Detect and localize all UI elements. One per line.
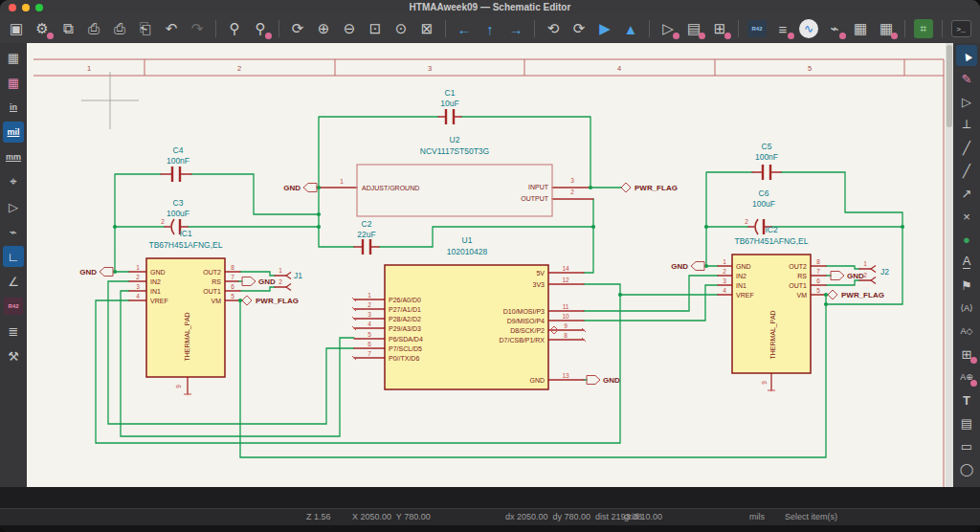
rotate-cw-button[interactable]: ⟳ bbox=[568, 17, 590, 40]
nav-back-button[interactable]: ← bbox=[453, 17, 476, 40]
hierarchical-sheet-tool[interactable]: ⊞ bbox=[956, 344, 977, 365]
library-browser-button[interactable]: ▤ bbox=[682, 17, 705, 40]
ruler-number: 3 bbox=[428, 64, 432, 73]
capacitor-c6[interactable]: C6 100uF 2 bbox=[745, 188, 775, 225]
schematic-canvas[interactable]: 1 2 3 4 5 bbox=[27, 43, 953, 487]
open-pcb-editor-button[interactable]: ⌗ bbox=[914, 19, 933, 38]
zoom-out-button[interactable]: ⊖ bbox=[338, 17, 361, 40]
gnd-label[interactable]: GND bbox=[847, 272, 864, 280]
grid-settings-button[interactable]: ▦ bbox=[3, 72, 24, 93]
find-button[interactable]: ⚲ bbox=[223, 17, 246, 40]
print-button[interactable]: ⎙ bbox=[82, 17, 105, 40]
place-symbol-tool[interactable]: ▷ bbox=[956, 91, 977, 112]
net-table-button[interactable]: ▦ bbox=[849, 17, 872, 40]
top-toolbar: ▣ ⚙ ⧉ ⎙ ⎙ ⎗ ↶ ↷ ⚲ ⚲ ⟳ ⊕ ⊖ ⊡ ⊙ ⊠ ← ↑ → ⟲ … bbox=[0, 14, 980, 43]
no-connect-tool[interactable]: × bbox=[956, 206, 977, 227]
redo-button[interactable]: ↷ bbox=[186, 17, 209, 40]
wire-mode-orthogonal-button[interactable]: ∟ bbox=[3, 246, 24, 267]
pwr-flag-label[interactable]: PWR_FLAG bbox=[256, 297, 299, 305]
gnd-label[interactable]: GND bbox=[603, 376, 620, 385]
capacitor-c1[interactable]: C1 10uF bbox=[440, 88, 458, 108]
cursor-shape-button[interactable]: ⌖ bbox=[3, 171, 24, 192]
pwr-flag-label[interactable]: PWR_FLAG bbox=[841, 291, 884, 299]
bom-button[interactable]: ▦ bbox=[875, 17, 898, 40]
mcu-u1[interactable]: U1 102010428 P26/A0/D0 P27/A1/D1 P28/A2/… bbox=[368, 235, 569, 389]
component-value: 10uF bbox=[440, 99, 458, 108]
regulator-u2[interactable]: U2 NCV1117ST50T3G ADJUST/GROUND INPUT OU… bbox=[340, 135, 574, 216]
draw-bus-tool[interactable]: ╱ bbox=[956, 160, 977, 181]
select-tool[interactable]: ▲ bbox=[956, 45, 977, 66]
wire-mode-free-button[interactable]: ⌁ bbox=[3, 221, 24, 242]
rectangle-tool[interactable]: ▭ bbox=[956, 435, 977, 456]
draw-wire-tool[interactable]: ╱ bbox=[956, 137, 977, 158]
sheet-pin-tool[interactable]: A⊕ bbox=[956, 366, 977, 388]
page-settings-button[interactable]: ⧉ bbox=[56, 17, 79, 40]
driver-ic1[interactable]: IC1 TB67H451AFNG,EL GND IN2 IN1 VREF 1 2… bbox=[136, 229, 234, 388]
simulator-button[interactable]: ∿ bbox=[799, 19, 818, 38]
toolbar-separator bbox=[534, 20, 535, 37]
directive-label-tool[interactable]: ⚑ bbox=[956, 275, 977, 296]
pin-name: P27/A1/D1 bbox=[389, 306, 421, 313]
scripting-console-button[interactable]: >_ bbox=[951, 20, 971, 37]
pin-name: IN1 bbox=[736, 282, 746, 289]
driver-ic2[interactable]: IC2 TB67H451AFNG,EL GND IN2 IN1 VREF 1 2… bbox=[723, 225, 820, 385]
capacitor-c2[interactable]: C2 22uF bbox=[357, 219, 375, 239]
zoom-fit-page-button[interactable]: ⊡ bbox=[364, 17, 387, 40]
units-mils-button[interactable]: mil bbox=[3, 122, 24, 143]
capacitor-c4[interactable]: C4 100nF bbox=[167, 145, 189, 166]
gnd-label[interactable]: GND bbox=[258, 277, 276, 286]
nav-forward-button[interactable]: → bbox=[504, 17, 527, 40]
edit-symbol-button[interactable]: ▷ bbox=[657, 17, 679, 40]
capacitor-plates bbox=[172, 109, 770, 255]
undo-button[interactable]: ↶ bbox=[160, 17, 183, 40]
zoom-in-button[interactable]: ⊕ bbox=[312, 17, 335, 40]
units-mm-button[interactable]: mm bbox=[3, 146, 24, 167]
footprint-assign-button[interactable]: ⊞ bbox=[708, 17, 731, 40]
bus-entry-tool[interactable]: ↗ bbox=[956, 183, 977, 204]
component-reference: C6 bbox=[759, 188, 769, 198]
textbox-tool[interactable]: ▤ bbox=[956, 412, 977, 433]
circle-tool[interactable]: ◯ bbox=[956, 458, 977, 479]
rotate-ccw-button[interactable]: ⟲ bbox=[542, 17, 565, 40]
highlight-net-tool[interactable]: ✎ bbox=[956, 68, 977, 89]
erc-button[interactable]: ⌁ bbox=[823, 17, 846, 40]
gnd-label[interactable]: GND bbox=[671, 262, 688, 271]
net-label-tool[interactable]: A bbox=[956, 252, 977, 273]
wire-mode-45-button[interactable]: ∠ bbox=[3, 271, 24, 292]
pwr-flag-label[interactable]: PWR_FLAG bbox=[635, 184, 678, 192]
capacitor-c3[interactable]: C3 100uF 2 bbox=[161, 198, 189, 225]
place-power-tool[interactable]: ⟂ bbox=[956, 114, 977, 135]
zoom-fit-objects-button[interactable]: ⊙ bbox=[390, 17, 412, 40]
zoom-selection-button[interactable]: ⊠ bbox=[415, 17, 438, 40]
component-reference: C5 bbox=[762, 142, 772, 151]
units-inches-button[interactable]: in bbox=[3, 97, 24, 118]
junction-tool[interactable]: ● bbox=[956, 229, 977, 250]
global-label-tool[interactable]: ⟨A⟩ bbox=[956, 298, 977, 319]
pin-name: VREF bbox=[736, 292, 754, 299]
text-tool[interactable]: T bbox=[956, 389, 977, 410]
tools-button[interactable]: ⚒ bbox=[3, 345, 24, 366]
mirror-vertical-button[interactable]: ▲ bbox=[619, 17, 642, 40]
hierarchy-navigator-button[interactable]: ≣ bbox=[3, 321, 24, 342]
grid-toggle-button[interactable]: ▦ bbox=[3, 47, 24, 68]
schematic-setup-button[interactable]: ⚙ bbox=[31, 17, 54, 40]
hierarchical-label-tool[interactable]: A◇ bbox=[956, 321, 977, 342]
selection-filter-button[interactable]: ▷ bbox=[3, 196, 24, 217]
symbol-fields-button[interactable]: R42 bbox=[4, 298, 23, 315]
plot-button[interactable]: ⎙ bbox=[108, 17, 131, 40]
capacitor-c5[interactable]: C5 100nF bbox=[755, 142, 778, 162]
toolbar-separator bbox=[215, 20, 216, 37]
vertical-scrollbar-thumb[interactable] bbox=[947, 45, 952, 127]
refresh-button[interactable]: ⟳ bbox=[286, 17, 309, 40]
annotate-button[interactable]: ≡ bbox=[771, 17, 794, 40]
symbol-fields-table-button[interactable]: R42 bbox=[747, 20, 767, 37]
save-button[interactable]: ▣ bbox=[5, 17, 28, 40]
nav-up-button[interactable]: ↑ bbox=[479, 17, 501, 40]
pin-name: INPUT bbox=[528, 184, 549, 190]
gnd-label[interactable]: GND bbox=[79, 268, 97, 277]
mirror-horizontal-button[interactable]: ▶ bbox=[593, 17, 616, 40]
pin-number: 4 bbox=[723, 287, 726, 294]
gnd-label[interactable]: GND bbox=[283, 184, 301, 192]
paste-button[interactable]: ⎗ bbox=[134, 17, 157, 40]
find-replace-button[interactable]: ⚲ bbox=[249, 17, 272, 40]
